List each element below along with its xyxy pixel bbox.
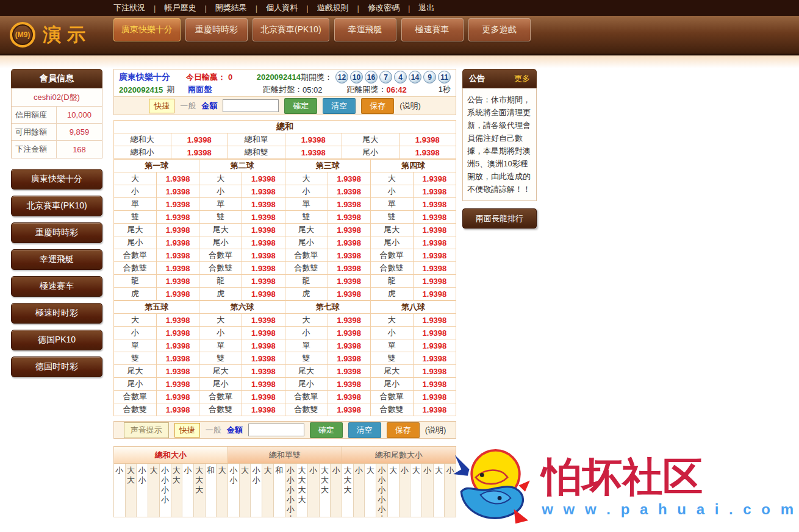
odds-value[interactable]: 1.9398 (242, 224, 285, 236)
odds-value[interactable]: 1.9398 (157, 403, 199, 416)
odds-value[interactable]: 1.9398 (413, 224, 456, 236)
confirm-button[interactable]: 確定 (310, 422, 343, 438)
odds-value[interactable]: 1.9398 (413, 365, 456, 378)
odds-value[interactable]: 1.9398 (157, 365, 199, 378)
odds-value[interactable]: 1.9398 (413, 275, 456, 288)
sidebar-game-button-6[interactable]: 極速时时彩 (11, 303, 102, 324)
bet-option[interactable]: 合數雙 (285, 403, 328, 416)
top-nav-item-2[interactable]: 帳戶歷史 (164, 2, 196, 13)
bet-option[interactable]: 尾小 (285, 236, 328, 249)
odds-value[interactable]: 1.9398 (242, 211, 285, 224)
odds-value[interactable]: 1.9398 (413, 288, 456, 300)
bet-option[interactable]: 合數雙 (370, 262, 413, 275)
bet-option[interactable]: 雙 (199, 352, 242, 365)
bet-option[interactable]: 雙 (285, 211, 328, 224)
odds-value[interactable]: 1.9398 (328, 314, 370, 327)
bet-option[interactable]: 大 (114, 172, 157, 185)
odds-value[interactable]: 1.9398 (328, 288, 370, 300)
odds-value[interactable]: 1.9398 (328, 378, 370, 391)
bet-option[interactable]: 合數雙 (199, 262, 242, 275)
odds-value[interactable]: 1.9398 (157, 314, 199, 327)
game-tab-3[interactable]: 北京賽車(PK10) (253, 18, 329, 41)
bet-option[interactable]: 小 (199, 327, 242, 339)
odds-value[interactable]: 1.9398 (157, 391, 199, 403)
odds-value[interactable]: 1.9398 (328, 185, 370, 198)
odds-value[interactable]: 1.9398 (242, 275, 285, 288)
bet-option[interactable]: 合數雙 (370, 403, 413, 416)
odds-value[interactable]: 1.9398 (171, 146, 228, 159)
odds-value[interactable]: 1.9398 (328, 391, 370, 403)
odds-value[interactable]: 1.9398 (328, 198, 370, 211)
odds-value[interactable]: 1.9398 (328, 403, 370, 416)
bet-option[interactable]: 雙 (199, 211, 242, 224)
odds-value[interactable]: 1.9398 (413, 262, 456, 275)
bet-option[interactable]: 合數單 (285, 249, 328, 262)
odds-value[interactable]: 1.9398 (157, 236, 199, 249)
bet-option[interactable]: 合數單 (370, 391, 413, 403)
bet-option[interactable]: 合數單 (199, 249, 242, 262)
bet-option[interactable]: 尾大 (285, 224, 328, 236)
bet-option[interactable]: 單 (114, 339, 157, 352)
game-tab-2[interactable]: 重慶時時彩 (185, 18, 248, 41)
odds-value[interactable]: 1.9398 (242, 339, 285, 352)
bet-option[interactable]: 合數單 (199, 391, 242, 403)
sidebar-game-button-2[interactable]: 北京賽車(PK10) (11, 196, 102, 216)
bet-option[interactable]: 雙 (370, 211, 413, 224)
odds-value[interactable]: 1.9398 (157, 198, 199, 211)
odds-value[interactable]: 1.9398 (328, 352, 370, 365)
odds-value[interactable]: 1.9398 (285, 133, 342, 146)
odds-value[interactable]: 1.9398 (328, 339, 370, 352)
amount-input[interactable] (223, 99, 279, 112)
road-map-tab-2[interactable]: 總和單雙 (228, 446, 342, 464)
odds-value[interactable]: 1.9398 (242, 172, 285, 185)
road-map-tab-3[interactable]: 總和尾數大小 (342, 446, 456, 464)
odds-value[interactable]: 1.9398 (413, 403, 456, 416)
bet-option[interactable]: 合數單 (370, 249, 413, 262)
clear-button[interactable]: 清空 (348, 422, 381, 438)
bet-option[interactable]: 尾大 (199, 224, 242, 236)
note-link[interactable]: (说明) (425, 425, 446, 436)
bet-option[interactable]: 小 (114, 185, 157, 198)
road-map-tab-1[interactable]: 總和大小 (113, 446, 228, 464)
odds-value[interactable]: 1.9398 (157, 211, 199, 224)
odds-value[interactable]: 1.9398 (242, 327, 285, 339)
top-nav-item-1[interactable]: 下注狀況 (113, 2, 145, 13)
odds-value[interactable]: 1.9398 (242, 378, 285, 391)
odds-value[interactable]: 1.9398 (157, 339, 199, 352)
top-nav-item-7[interactable]: 退出 (418, 2, 434, 13)
sidebar-game-button-5[interactable]: 極速赛车 (11, 276, 102, 297)
bet-option[interactable]: 小 (199, 185, 242, 198)
bet-option[interactable]: 尾小 (114, 236, 157, 249)
odds-value[interactable]: 1.9398 (413, 185, 456, 198)
two-side-dragon-rank-button[interactable]: 兩面長龍排行 (462, 208, 537, 229)
bet-option[interactable]: 尾大 (370, 365, 413, 378)
odds-value[interactable]: 1.9398 (242, 249, 285, 262)
bet-option[interactable]: 大 (370, 314, 413, 327)
confirm-button[interactable]: 確定 (284, 98, 317, 114)
sidebar-game-button-7[interactable]: 德国PK10 (11, 330, 102, 350)
bet-option[interactable]: 單 (285, 339, 328, 352)
amount-input[interactable] (248, 424, 304, 436)
bet-option[interactable]: 合數單 (285, 391, 328, 403)
odds-value[interactable]: 1.9398 (413, 172, 456, 185)
game-tab-6[interactable]: 更多遊戲 (468, 18, 531, 41)
odds-value[interactable]: 1.9398 (242, 314, 285, 327)
bet-option[interactable]: 虎 (114, 288, 157, 300)
odds-value[interactable]: 1.9398 (157, 249, 199, 262)
save-button[interactable]: 保存 (387, 422, 420, 438)
odds-value[interactable]: 1.9398 (413, 327, 456, 339)
bet-option[interactable]: 大 (199, 314, 242, 327)
bet-option[interactable]: 大 (114, 314, 157, 327)
bet-option[interactable]: 雙 (114, 352, 157, 365)
odds-value[interactable]: 1.9398 (328, 365, 370, 378)
quick-mode-button[interactable]: 快捷 (149, 99, 174, 113)
odds-value[interactable]: 1.9398 (328, 249, 370, 262)
odds-value[interactable]: 1.9398 (171, 133, 228, 146)
bet-option[interactable]: 尾大 (199, 365, 242, 378)
odds-value[interactable]: 1.9398 (242, 365, 285, 378)
odds-value[interactable]: 1.9398 (328, 327, 370, 339)
bet-option[interactable]: 小 (370, 185, 413, 198)
odds-value[interactable]: 1.9398 (328, 211, 370, 224)
top-nav-item-3[interactable]: 開獎結果 (215, 2, 247, 13)
bet-option[interactable]: 單 (199, 339, 242, 352)
